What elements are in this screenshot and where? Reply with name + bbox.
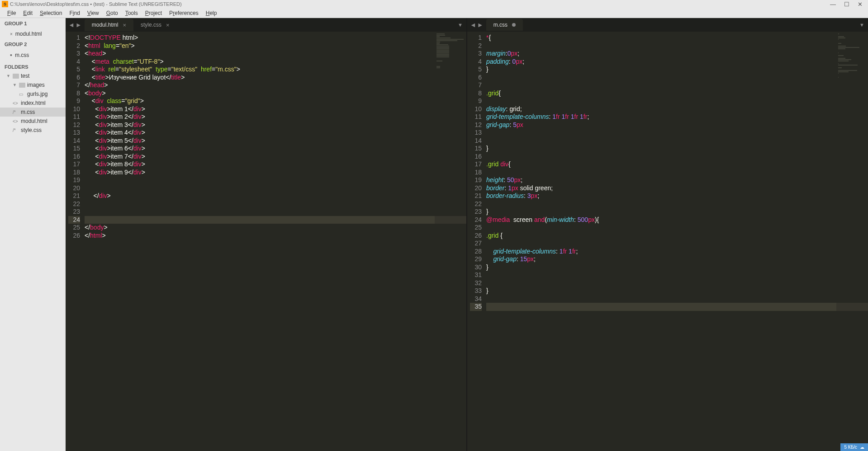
maximize-button[interactable]: ☐: [844, 1, 849, 8]
tab-style-css[interactable]: style.css ×: [133, 19, 177, 31]
group-2-header: GROUP 2: [0, 39, 66, 50]
editor-pane-right: ◄ ► m.css ▼ 1234567891011121314151617181…: [467, 18, 868, 451]
file-index[interactable]: <> index.html: [0, 99, 66, 108]
open-file-modul[interactable]: × modul.html: [0, 29, 66, 39]
gutter-right: 1234567891011121314151617181920212223242…: [467, 32, 486, 451]
tab-dropdown-icon[interactable]: ▼: [454, 22, 466, 28]
folder-icon: [13, 74, 19, 79]
minimap-left[interactable]: [435, 32, 466, 451]
close-button[interactable]: ✕: [858, 1, 863, 8]
tab-nav: ◄ ►: [66, 21, 85, 28]
code-content-left[interactable]: <!DOCTYPE html><html lang="en"><head> <m…: [85, 32, 466, 451]
tab-label: m.css: [493, 22, 508, 28]
main-area: GROUP 1 × modul.html GROUP 2 • m.css FOL…: [0, 18, 868, 451]
minimap-right[interactable]: [836, 32, 868, 451]
menu-goto[interactable]: Goto: [103, 9, 122, 17]
image-icon: ▭: [19, 92, 25, 97]
file-label: modul.html: [15, 31, 42, 37]
file-label: m.css: [15, 52, 29, 58]
close-icon[interactable]: ×: [10, 32, 13, 37]
open-file-mcss[interactable]: • m.css: [0, 50, 66, 61]
title-text: C:\Users\lenovo\Desktop\test\m.css • (te…: [10, 1, 830, 7]
tabbar-right: ◄ ► m.css ▼: [467, 18, 868, 32]
tab-modul-html[interactable]: modul.html ×: [85, 19, 133, 31]
file-label: index.html: [21, 100, 46, 106]
code-icon: <>: [13, 119, 19, 124]
file-style[interactable]: /* style.css: [0, 126, 66, 135]
editor-area: ◄ ► modul.html × style.css × ▼ 123456789…: [66, 18, 868, 451]
status-icon: ☁: [860, 445, 864, 450]
code-area-right[interactable]: 1234567891011121314151617181920212223242…: [467, 32, 868, 451]
nav-forward-icon[interactable]: ►: [477, 21, 484, 28]
status-text: 5 КБ/с: [844, 445, 857, 450]
tab-label: modul.html: [92, 22, 119, 28]
menu-find[interactable]: Find: [66, 9, 83, 17]
folder-icon: [19, 83, 25, 88]
dirty-icon: [512, 23, 516, 27]
code-icon: <>: [13, 101, 19, 106]
code-content-right[interactable]: *{margin:0px;padding: 0px;}.grid{display…: [486, 32, 868, 451]
code-area-left[interactable]: 1234567891011121314151617181920212223242…: [66, 32, 466, 451]
titlebar: S C:\Users\lenovo\Desktop\test\m.css • (…: [0, 0, 868, 8]
file-label: modul.html: [21, 118, 47, 124]
app-icon: S: [2, 1, 8, 7]
folder-images[interactable]: ▼ images: [0, 80, 66, 89]
folders-header: FOLDERS: [0, 61, 66, 71]
menu-tools[interactable]: Tools: [122, 9, 142, 17]
nav-back-icon[interactable]: ◄: [68, 21, 75, 28]
file-label: gurls.jpg: [27, 91, 47, 97]
tab-close-icon[interactable]: ×: [166, 22, 170, 28]
menu-file[interactable]: File: [4, 9, 19, 17]
folder-test[interactable]: ▼ test: [0, 71, 66, 80]
chevron-down-icon: ▼: [13, 83, 17, 87]
editor-pane-left: ◄ ► modul.html × style.css × ▼ 123456789…: [66, 18, 467, 451]
file-modul[interactable]: <> modul.html: [0, 117, 66, 126]
nav-forward-icon[interactable]: ►: [76, 21, 82, 28]
status-indicator: 5 КБ/с ☁: [840, 443, 868, 451]
tabbar-left: ◄ ► modul.html × style.css × ▼: [66, 18, 466, 32]
menu-edit[interactable]: Edit: [19, 9, 36, 17]
menu-selection[interactable]: Selection: [36, 9, 66, 17]
gutter-left: 1234567891011121314151617181920212223242…: [66, 32, 85, 451]
file-mcss[interactable]: /* m.css: [0, 108, 66, 117]
tab-close-icon[interactable]: ×: [123, 22, 126, 28]
tab-nav: ◄ ►: [467, 21, 486, 28]
menu-view[interactable]: View: [84, 9, 103, 17]
folder-label: test: [21, 73, 29, 79]
tab-dropdown-icon[interactable]: ▼: [856, 22, 868, 28]
css-icon: /*: [13, 128, 19, 133]
minimize-button[interactable]: —: [830, 1, 836, 8]
tab-m-css[interactable]: m.css: [486, 19, 523, 31]
folder-label: images: [27, 82, 45, 88]
nav-back-icon[interactable]: ◄: [470, 21, 476, 28]
group-1-header: GROUP 1: [0, 18, 66, 29]
css-icon: /*: [13, 110, 19, 115]
file-label: m.css: [21, 109, 35, 115]
menu-help[interactable]: Help: [202, 9, 221, 17]
file-gurls[interactable]: ▭ gurls.jpg: [0, 89, 66, 99]
chevron-down-icon: ▼: [6, 74, 11, 78]
dirty-icon: •: [10, 52, 12, 59]
menu-preferences[interactable]: Preferences: [166, 9, 202, 17]
tab-label: style.css: [141, 22, 161, 28]
window-controls: — ☐ ✕: [830, 1, 866, 8]
file-label: style.css: [21, 127, 42, 133]
menubar: File Edit Selection Find View Goto Tools…: [0, 8, 868, 18]
menu-project[interactable]: Project: [142, 9, 166, 17]
sidebar: GROUP 1 × modul.html GROUP 2 • m.css FOL…: [0, 18, 66, 451]
